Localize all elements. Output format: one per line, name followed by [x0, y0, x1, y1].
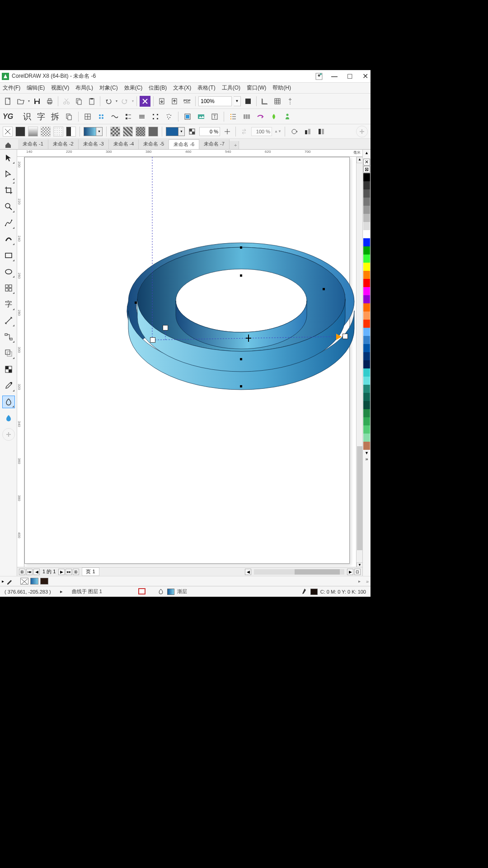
- polygon-tool-icon[interactable]: [2, 282, 15, 294]
- fill-indicator[interactable]: [20, 578, 28, 585]
- swatch-3[interactable]: [363, 198, 370, 206]
- plugin-image-icon[interactable]: [196, 111, 206, 122]
- plugin-text-icon[interactable]: T: [209, 111, 220, 122]
- torus-artwork[interactable]: [115, 220, 356, 410]
- swatch-11[interactable]: [363, 263, 370, 271]
- ruler-vertical[interactable]: 200220240260280300320340360380400: [17, 157, 24, 576]
- gradient-end-handle[interactable]: [343, 334, 348, 339]
- shape-tool-icon[interactable]: [2, 168, 15, 180]
- plugin-list-icon[interactable]: [228, 111, 239, 122]
- swatch-13[interactable]: [363, 279, 370, 287]
- menu-9[interactable]: 工具(O): [222, 84, 240, 92]
- stepper-icon[interactable]: ▲▼: [275, 126, 281, 137]
- swatch-26[interactable]: [363, 385, 370, 393]
- fountain-type2-icon[interactable]: [123, 127, 133, 137]
- palette-scroll-down-icon[interactable]: ▼: [365, 451, 369, 455]
- new-tab-button[interactable]: +: [230, 141, 239, 149]
- minimize-icon[interactable]: —: [331, 73, 338, 80]
- page-first-icon[interactable]: ⏮: [26, 569, 33, 575]
- menu-7[interactable]: 文本(X): [173, 84, 191, 92]
- no-fill-icon[interactable]: [3, 127, 13, 137]
- menu-10[interactable]: 窗口(W): [247, 84, 266, 92]
- doc-tab-1[interactable]: 未命名 -2: [48, 139, 79, 149]
- gradient-mid-handle[interactable]: [163, 325, 168, 330]
- swatch-22[interactable]: [363, 352, 370, 360]
- eyedropper-tool-icon[interactable]: [2, 379, 15, 392]
- plugin-person-icon[interactable]: [282, 111, 293, 122]
- rectangle-tool-icon[interactable]: [2, 249, 15, 262]
- reverse-icon[interactable]: [239, 126, 249, 137]
- doc-tab-6[interactable]: 未命名 -7: [199, 139, 230, 149]
- plugin-grid-icon[interactable]: [82, 111, 93, 122]
- transparency-icon[interactable]: [188, 126, 197, 137]
- plugin-pattern-icon[interactable]: [96, 111, 107, 122]
- menu-6[interactable]: 位图(B): [149, 84, 167, 92]
- menu-5[interactable]: 效果(C): [124, 84, 143, 92]
- menu-1[interactable]: 编辑(E): [27, 84, 45, 92]
- swatch-7[interactable]: [363, 230, 370, 238]
- artistic-media-tool-icon[interactable]: [2, 233, 15, 245]
- row-more-icon[interactable]: »: [366, 579, 369, 584]
- doc-tab-0[interactable]: 未命名 -1: [18, 139, 48, 149]
- ruler-horizontal[interactable]: 毫米140220300380460540620700: [17, 150, 362, 157]
- search-content-icon[interactable]: [140, 96, 150, 107]
- plugin-leaf-icon[interactable]: [268, 111, 279, 122]
- zoom-dropdown-icon[interactable]: ▼: [234, 96, 241, 106]
- copy-icon[interactable]: [74, 96, 84, 107]
- swatch-9[interactable]: [363, 246, 370, 255]
- menu-3[interactable]: 布局(L): [75, 84, 93, 92]
- import-icon[interactable]: [156, 96, 167, 107]
- swatch-5[interactable]: [363, 214, 370, 222]
- plugin-arrow-icon[interactable]: [255, 111, 266, 122]
- transparency-tool-icon[interactable]: [2, 363, 15, 376]
- menu-8[interactable]: 表格(T): [197, 84, 215, 92]
- transparency-value[interactable]: 0 %: [199, 127, 220, 136]
- swatch-15[interactable]: [363, 295, 370, 303]
- edit-fill-pen-icon[interactable]: [6, 576, 13, 587]
- fountain-type4-icon[interactable]: [148, 127, 158, 137]
- swatch-23[interactable]: [363, 360, 370, 368]
- cut-icon[interactable]: [61, 96, 72, 107]
- outline-indicator[interactable]: [40, 578, 48, 585]
- page-next-icon[interactable]: ▶: [58, 569, 65, 575]
- horizontal-scrollbar[interactable]: [254, 569, 344, 575]
- plugin-align-icon[interactable]: [123, 111, 134, 122]
- smart-fill-tool-icon[interactable]: [2, 412, 15, 425]
- freehand-tool-icon[interactable]: [2, 217, 15, 229]
- redo-icon[interactable]: [119, 96, 130, 107]
- free-scale-icon[interactable]: [302, 126, 313, 137]
- swatch-31[interactable]: [363, 425, 370, 434]
- swatch-10[interactable]: [363, 255, 370, 263]
- texture-fill-icon[interactable]: [53, 127, 63, 137]
- page-prev-icon[interactable]: ◀: [33, 569, 40, 575]
- page-tab[interactable]: 页 1: [82, 567, 99, 576]
- status-fill-swatch[interactable]: [167, 589, 174, 595]
- open-icon[interactable]: [15, 96, 26, 107]
- swatch-2[interactable]: [363, 189, 370, 198]
- doc-tab-2[interactable]: 未命名 -3: [79, 139, 109, 149]
- plugin-line-icon[interactable]: [136, 111, 147, 122]
- export-icon[interactable]: [169, 96, 180, 107]
- home-tab-icon[interactable]: [4, 141, 13, 149]
- plugin-distribute-icon[interactable]: [150, 111, 161, 122]
- menu-4[interactable]: 对象(C): [99, 84, 118, 92]
- menu-2[interactable]: 视图(V): [51, 84, 69, 92]
- close-icon[interactable]: ✕: [361, 73, 369, 80]
- postscript-fill-icon[interactable]: [66, 127, 76, 137]
- node-color-picker[interactable]: ▼: [166, 127, 185, 136]
- swatch-17[interactable]: [363, 311, 370, 320]
- maximize-icon[interactable]: ☐: [346, 73, 353, 80]
- swatch-21[interactable]: [363, 344, 370, 352]
- status-outline-swatch[interactable]: [310, 589, 318, 595]
- pattern-fill-icon[interactable]: [41, 127, 51, 137]
- swatch-32[interactable]: [363, 434, 370, 442]
- outline-pen-icon[interactable]: [301, 588, 308, 595]
- parallel-dimension-tool-icon[interactable]: [2, 314, 15, 327]
- swatch-28[interactable]: [363, 401, 370, 409]
- doc-tab-5[interactable]: 未命名 -6: [169, 139, 199, 149]
- save-icon[interactable]: [32, 96, 42, 107]
- grid-icon[interactable]: [272, 96, 283, 107]
- plugin-barcode-icon[interactable]: [241, 111, 252, 122]
- paste-icon[interactable]: [86, 96, 97, 107]
- print-icon[interactable]: [44, 96, 55, 107]
